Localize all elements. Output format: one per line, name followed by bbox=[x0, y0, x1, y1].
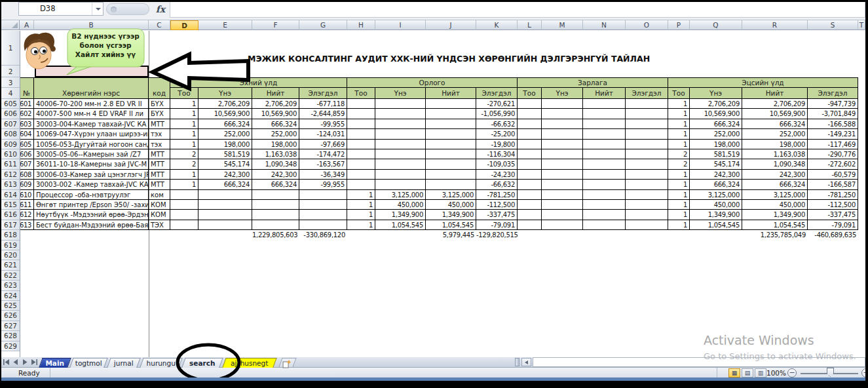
cell[interactable] bbox=[542, 180, 583, 189]
cell[interactable]: 612 bbox=[20, 210, 34, 220]
cell[interactable]: БҮХ bbox=[149, 99, 170, 109]
cell[interactable] bbox=[299, 190, 347, 200]
cell[interactable] bbox=[626, 190, 668, 200]
cell[interactable]: 1 bbox=[170, 180, 198, 189]
cell[interactable]: 1 bbox=[668, 210, 690, 220]
zoom-out-button[interactable]: − bbox=[787, 368, 797, 378]
cell[interactable]: 1 bbox=[668, 129, 690, 139]
column-header-S[interactable]: S bbox=[808, 20, 858, 30]
column-header-N[interactable]: N bbox=[583, 20, 626, 30]
cell[interactable]: 581,519 bbox=[690, 149, 742, 159]
cell[interactable]: 607 bbox=[20, 159, 34, 169]
cell[interactable]: -24,230 bbox=[476, 170, 518, 180]
cell[interactable]: -60,579 bbox=[808, 170, 858, 180]
cell[interactable]: -97,669 bbox=[299, 140, 347, 149]
cell[interactable]: -79,091 bbox=[476, 220, 518, 230]
cell[interactable]: -36,349 bbox=[299, 170, 347, 180]
cell[interactable]: 450,000 bbox=[426, 200, 476, 210]
cell[interactable] bbox=[626, 220, 668, 230]
cell[interactable]: -79,091 bbox=[808, 220, 858, 230]
cell[interactable] bbox=[583, 200, 626, 210]
cell[interactable]: 666,324 bbox=[690, 180, 742, 189]
cell[interactable]: 30003-004-Камер тавхай-JVC КА bbox=[34, 119, 149, 129]
cell[interactable] bbox=[252, 200, 299, 210]
cell[interactable]: МТТ bbox=[149, 119, 170, 129]
cell[interactable]: Бест буйдан-Мэдээний өрөө-Бая bbox=[34, 220, 149, 230]
cell[interactable]: -947,739 bbox=[808, 99, 858, 109]
cell[interactable] bbox=[626, 109, 668, 119]
cell[interactable] bbox=[542, 109, 583, 119]
cell[interactable]: 1 bbox=[668, 119, 690, 129]
cell[interactable] bbox=[583, 129, 626, 139]
cell[interactable]: -270,621 bbox=[476, 99, 518, 109]
cell[interactable]: 613 bbox=[20, 220, 34, 230]
cell[interactable]: 198,000 bbox=[252, 140, 299, 149]
cell[interactable] bbox=[518, 140, 542, 149]
cell[interactable] bbox=[542, 119, 583, 129]
cell[interactable]: -112,500 bbox=[476, 200, 518, 210]
cell[interactable] bbox=[583, 119, 626, 129]
cell[interactable]: 611 bbox=[20, 200, 34, 210]
cell[interactable]: 1 bbox=[668, 220, 690, 230]
cell[interactable]: 10,569,900 bbox=[690, 109, 742, 119]
cell[interactable]: 1 bbox=[668, 140, 690, 149]
cell[interactable]: 252,000 bbox=[690, 129, 742, 139]
cell[interactable]: -781,250 bbox=[476, 190, 518, 200]
cell[interactable]: тэх bbox=[149, 140, 170, 149]
cell[interactable] bbox=[375, 119, 426, 129]
cell[interactable] bbox=[583, 190, 626, 200]
row-header-627[interactable]: 627 bbox=[1, 321, 20, 331]
row-header-621[interactable]: 621 bbox=[1, 260, 20, 270]
column-header-H[interactable]: H bbox=[347, 20, 375, 30]
zoom-level-label[interactable]: 100% bbox=[764, 369, 786, 377]
cell[interactable]: -163,567 bbox=[299, 159, 347, 169]
cell[interactable]: 601 bbox=[20, 99, 34, 109]
table-header-sub[interactable]: Үнэ bbox=[690, 88, 742, 99]
cell[interactable]: 30003-002 -Камер тавхай-JVC КА bbox=[34, 180, 149, 189]
cell[interactable]: 1 bbox=[170, 170, 198, 180]
table-header-group-0[interactable]: Эхний үлд bbox=[170, 77, 347, 88]
cell[interactable]: 1 bbox=[668, 180, 690, 189]
cell[interactable] bbox=[426, 159, 476, 169]
column-header-T[interactable]: T bbox=[858, 20, 865, 30]
cell[interactable]: 1,090,348 bbox=[742, 159, 808, 169]
cell[interactable]: 604 bbox=[20, 129, 34, 139]
row-header-626[interactable]: 626 bbox=[1, 311, 20, 320]
row-header-614[interactable]: 614 bbox=[1, 190, 20, 200]
row-header-2[interactable]: 2 bbox=[1, 66, 20, 77]
table-header-sub[interactable]: Тоо bbox=[518, 88, 542, 99]
cell[interactable]: 609 bbox=[20, 180, 34, 189]
cell[interactable]: 1,229,805,603 bbox=[252, 230, 299, 240]
cell[interactable] bbox=[518, 159, 542, 169]
cell[interactable]: -66,632 bbox=[476, 180, 518, 189]
cell[interactable]: 2 bbox=[668, 149, 690, 159]
row-header-605[interactable]: 605 bbox=[1, 99, 20, 109]
row-header-629[interactable]: 629 bbox=[1, 341, 20, 351]
insert-function-button[interactable]: fx bbox=[153, 3, 168, 16]
row-header-3[interactable]: 3 bbox=[1, 77, 20, 88]
cell[interactable]: 1 bbox=[170, 140, 198, 149]
cell[interactable]: 1 bbox=[170, 119, 198, 129]
cell[interactable] bbox=[583, 170, 626, 180]
column-header-L[interactable]: L bbox=[518, 20, 542, 30]
cell[interactable] bbox=[583, 210, 626, 220]
cell[interactable]: 1 bbox=[170, 99, 198, 109]
cell[interactable] bbox=[198, 200, 252, 210]
cell[interactable] bbox=[426, 119, 476, 129]
cell[interactable] bbox=[542, 170, 583, 180]
cell[interactable] bbox=[583, 149, 626, 159]
cell[interactable] bbox=[347, 129, 375, 139]
cell[interactable]: -2,644,859 bbox=[299, 109, 347, 119]
table-header-sub[interactable]: Элэгдэл bbox=[476, 88, 518, 99]
cell[interactable] bbox=[626, 99, 668, 109]
table-header-sub[interactable]: Нийт bbox=[742, 88, 808, 99]
table-header-group-3[interactable]: Эцсийн үлд bbox=[668, 77, 858, 88]
cell[interactable] bbox=[626, 119, 668, 129]
cell[interactable]: 606 bbox=[20, 149, 34, 159]
cell[interactable]: 1 bbox=[347, 210, 375, 220]
cell[interactable]: 30005-05-06--Камерын зай /Z7 bbox=[34, 149, 149, 159]
view-normal-button[interactable]: ▦ bbox=[728, 368, 740, 378]
cell[interactable]: 450,000 bbox=[375, 200, 426, 210]
cell[interactable]: 30006-03-Камер зай цэнэглэгч JР bbox=[34, 170, 149, 180]
cell[interactable]: Нөутбүүк -Мэдээний өрөө-Эрдэн bbox=[34, 210, 149, 220]
